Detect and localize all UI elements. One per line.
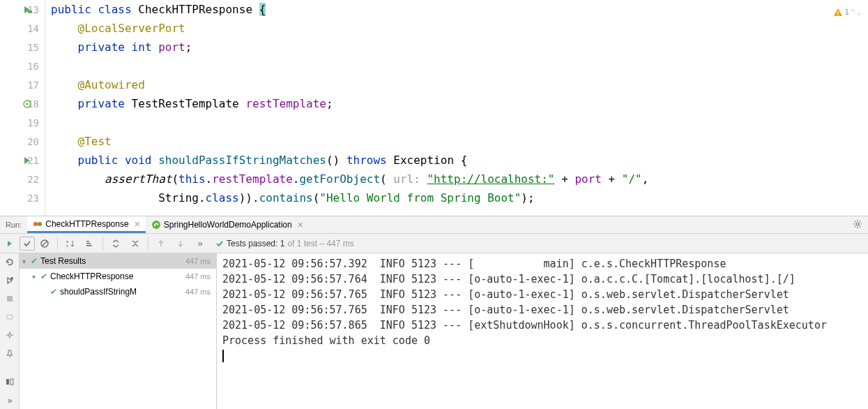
code-line[interactable]: @LocalServerPort [51, 19, 868, 38]
svg-rect-16 [10, 379, 13, 385]
rerun-failed-button[interactable] [0, 253, 20, 272]
test-tree[interactable]: ▾ ✔ Test Results 447 ms ▾ ✔ CheckHTTPRes… [20, 253, 217, 409]
console-exit-line: Process finished with exit code 0 [222, 333, 862, 348]
gutter-row[interactable]: 13 [0, 0, 45, 19]
check-icon [215, 239, 224, 248]
svg-rect-15 [6, 379, 9, 385]
code-line[interactable]: @Test [51, 132, 868, 151]
expand-all-button[interactable] [106, 235, 125, 253]
tree-row-results[interactable]: ▾ ✔ Test Results 447 ms [20, 253, 216, 269]
run-label: Run: [3, 221, 27, 229]
gutter-row[interactable]: 20 [0, 132, 45, 151]
code-line[interactable]: String.class)).contains("Hello World fro… [51, 188, 868, 207]
tree-time: 447 ms [185, 272, 216, 281]
tree-label: Test Results [40, 256, 185, 266]
gutter-row[interactable]: 15 [0, 38, 45, 57]
code-line[interactable] [51, 57, 868, 75]
svg-point-11 [10, 277, 13, 280]
tree-row-class[interactable]: ▾ ✔ CheckHTTPResponse 447 ms [20, 269, 216, 284]
more-button[interactable]: » [190, 235, 210, 253]
java-test-icon [33, 219, 43, 229]
code-line[interactable]: private TestRestTemplate restTemplate; [51, 94, 868, 113]
svg-line-8 [42, 241, 47, 246]
close-icon[interactable]: × [135, 218, 140, 230]
run-panel: Run: CheckHTTPResponse × SpringHelloWorl… [0, 216, 868, 409]
svg-rect-1 [837, 11, 838, 14]
settings-button[interactable] [0, 326, 20, 344]
run-tab-label: CheckHTTPResponse [45, 219, 128, 229]
gutter-row[interactable]: 17 [0, 75, 45, 94]
more-vertical-button[interactable]: » [0, 391, 20, 409]
run-class-icon[interactable] [22, 5, 32, 15]
run-test-icon[interactable] [22, 156, 32, 165]
layout-button[interactable] [0, 373, 20, 391]
tree-toggle-icon[interactable]: ▾ [22, 258, 31, 265]
console-line: 2021-05-12 09:56:57.392 INFO 5123 --- [ … [222, 256, 862, 272]
editor-gutter: 13 14 15 16 17 18 19 20 21 22 23 [0, 0, 45, 216]
gutter-row[interactable]: 21 [0, 151, 45, 170]
test-status: Tests passed: 1 of 1 test – 447 ms [210, 239, 354, 248]
gutter-row[interactable]: 22 [0, 170, 45, 188]
tree-label: shouldPassIfStringM [60, 287, 185, 297]
svg-rect-13 [7, 315, 13, 319]
code-line[interactable]: public class CheckHTTPResponse { [51, 0, 868, 19]
warning-icon [833, 8, 843, 17]
check-icon: ✔ [50, 287, 57, 297]
warning-count: 1 [844, 3, 849, 22]
gutter-row[interactable]: 14 [0, 19, 45, 38]
tree-toggle-icon[interactable]: ▾ [32, 273, 40, 281]
toggle-auto-test-button[interactable] [0, 272, 20, 290]
gutter-row[interactable]: 16 [0, 57, 45, 75]
gutter-row[interactable]: 18 [0, 94, 45, 113]
collapse-all-button[interactable] [125, 235, 145, 253]
svg-point-4 [38, 222, 42, 226]
svg-text:z: z [66, 244, 68, 248]
code-line[interactable] [51, 113, 868, 132]
code-editor[interactable]: 1 ⌃ ⌄ public class CheckHTTPResponse { @… [45, 0, 868, 216]
code-line[interactable]: private int port; [51, 38, 868, 57]
stop-button[interactable] [0, 290, 20, 308]
prev-failed-button[interactable] [151, 235, 171, 253]
dump-threads-button[interactable] [0, 308, 20, 326]
show-passed-button[interactable] [20, 237, 35, 251]
console-line: 2021-05-12 09:56:57.764 INFO 5123 --- [o… [222, 272, 862, 287]
gutter-row[interactable]: 19 [0, 113, 45, 132]
code-line[interactable]: assertThat(this.restTemplate.getForObjec… [51, 170, 868, 188]
code-line[interactable]: @Autowired [51, 75, 868, 94]
run-tab-checkhttpresponse[interactable]: CheckHTTPResponse × [27, 216, 146, 233]
console-output[interactable]: 2021-05-12 09:56:57.392 INFO 5123 --- [ … [217, 253, 868, 409]
spring-icon [151, 220, 161, 230]
pin-button[interactable] [0, 344, 20, 362]
sort-alpha-button[interactable]: az [61, 235, 80, 253]
tests-total: of 1 test – 447 ms [287, 239, 353, 248]
tree-time: 447 ms [185, 288, 216, 296]
svg-point-14 [8, 334, 11, 336]
run-tab-springapp[interactable]: SpringHelloWorldDemoApplication × [146, 216, 309, 233]
tree-row-method[interactable]: ✔ shouldPassIfStringM 447 ms [20, 284, 216, 299]
console-cursor [222, 350, 862, 362]
inspection-chevron-icon: ⌄ [856, 3, 861, 22]
check-icon: ✔ [31, 256, 38, 266]
next-failed-button[interactable] [171, 235, 190, 253]
sort-duration-button[interactable] [80, 235, 100, 253]
svg-rect-2 [837, 15, 838, 15]
close-icon[interactable]: × [298, 219, 303, 230]
show-ignored-button[interactable] [35, 235, 54, 253]
run-left-toolbar: » [0, 253, 20, 409]
rerun-button[interactable] [0, 235, 20, 253]
svg-point-5 [152, 221, 160, 229]
svg-point-6 [856, 223, 859, 225]
tree-time: 447 ms [185, 257, 216, 265]
bean-icon[interactable] [22, 99, 32, 109]
console-line: 2021-05-12 09:56:57.765 INFO 5123 --- [o… [222, 287, 862, 302]
code-line[interactable]: public void shouldPassIfStringMatches() … [51, 151, 868, 170]
console-line: 2021-05-12 09:56:57.865 INFO 5123 --- [e… [222, 318, 862, 333]
inspection-chevron-icon: ⌃ [851, 3, 855, 22]
run-toolbar: az » Tests passed: 1 of 1 test – 447 ms [0, 234, 868, 253]
run-body: » ▾ ✔ Test Results 447 ms ▾ ✔ CheckHTTPR… [0, 253, 868, 409]
tests-passed-count: Tests passed: 1 [227, 239, 284, 248]
gutter-row[interactable]: 23 [0, 188, 45, 207]
inspection-indicator[interactable]: 1 ⌃ ⌄ [833, 3, 861, 22]
editor-area: 13 14 15 16 17 18 19 20 21 22 23 1 ⌃ ⌄ p… [0, 0, 868, 216]
settings-icon[interactable] [853, 219, 862, 231]
